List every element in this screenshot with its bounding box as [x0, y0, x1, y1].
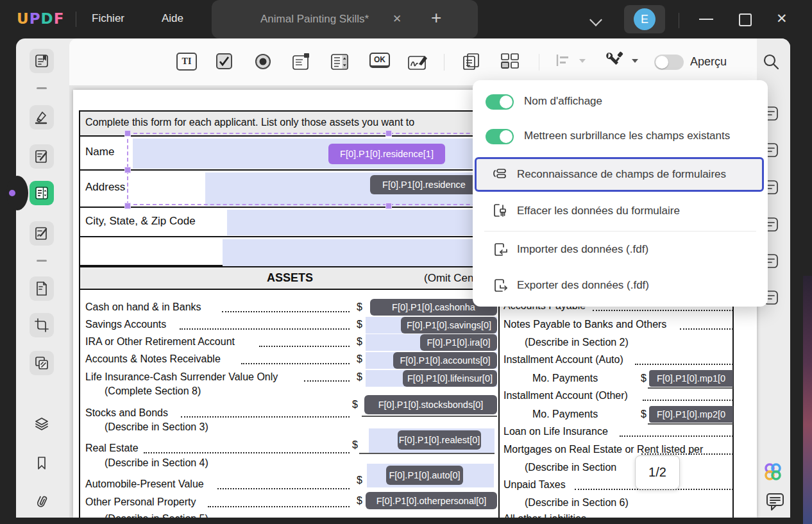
form-tools-button[interactable] [603, 50, 626, 72]
sidebar-tool-edit[interactable] [30, 144, 54, 169]
sidebar-tool-bookmark[interactable] [30, 451, 54, 475]
asset-label: Unpaid Taxes [503, 479, 566, 491]
dotted-leader [593, 310, 733, 311]
close-button[interactable]: ✕ [776, 11, 788, 26]
field-name-badge: F[0].P1[0].accounts[0] [393, 352, 497, 369]
selection-handle[interactable] [124, 203, 131, 209]
watermark-icon [33, 355, 50, 371]
menu-item-label: Effacer les données du formulaire [517, 205, 680, 217]
reader-icon [33, 53, 50, 69]
sidebar-tool-pages[interactable] [30, 276, 54, 301]
combobox-icon [292, 53, 311, 71]
menu-fichier[interactable]: Fichier [92, 12, 124, 25]
sidebar-tool-sign[interactable] [30, 221, 54, 246]
menu-aide[interactable]: Aide [162, 12, 183, 25]
forms-icon [33, 185, 50, 201]
dotted-leader [620, 435, 733, 437]
dotted-leader [680, 328, 733, 330]
divider [679, 13, 679, 28]
asset-sublabel: (Describe in Section 4) [105, 457, 208, 469]
text-field-tool-button[interactable]: TI [176, 53, 197, 71]
document-tab[interactable]: Animal Painting Skills* ✕ + [212, 0, 478, 38]
dollar-sign: $ [357, 301, 362, 313]
combobox-tool-button[interactable] [292, 53, 311, 71]
menu-item-clear-form[interactable] [493, 203, 509, 222]
import-data-icon [493, 242, 509, 258]
instruction-text: Complete this form for each applicant. L… [85, 117, 414, 128]
user-avatar[interactable]: E [624, 5, 665, 33]
ai-assistant-button[interactable] [762, 462, 784, 485]
desktop-wallpaper-edge [803, 276, 812, 524]
listbox-tool-button[interactable] [330, 53, 350, 71]
tools-icon [603, 50, 626, 72]
asset-label: All other Liabilities [503, 513, 586, 518]
menu-divider [484, 231, 756, 232]
radio-tool-button[interactable] [254, 53, 272, 71]
app-logo: UPDF [17, 10, 64, 27]
selection-handle[interactable] [124, 167, 131, 173]
asset-sublabel: (Complete Section 8) [105, 385, 201, 397]
field-name-badge: F[0].P1[0].auto[0] [386, 466, 463, 485]
align-dropdown-caret[interactable] [579, 59, 586, 63]
selection-handle[interactable] [385, 203, 392, 209]
minimize-button[interactable] [699, 19, 713, 20]
sidebar-tool-forms[interactable] [30, 181, 54, 205]
menu-item-import-data[interactable] [493, 242, 509, 261]
field-name-badge: F[0].P1[0].ira[0] [420, 334, 497, 351]
align-fields-button[interactable] [555, 53, 571, 68]
dotted-leader [208, 506, 350, 507]
display-name-toggle[interactable] [486, 94, 514, 110]
highlight-fields-toggle[interactable] [486, 129, 514, 144]
asset-label: Installment Account (Auto) [503, 354, 623, 366]
clear-form-icon [493, 203, 509, 219]
maximize-button[interactable] [739, 13, 752, 26]
selection-handle[interactable] [124, 130, 131, 137]
sidebar-tool-layers[interactable] [30, 412, 54, 436]
ai-assistant-icon [762, 462, 784, 482]
new-tab-button[interactable]: + [431, 8, 441, 28]
checkbox-tool-button[interactable] [216, 53, 233, 70]
asset-sublabel: (Describe in Section [525, 462, 616, 473]
dotted-leader [304, 380, 350, 382]
form-toolbar: TI OK Aperçu [69, 38, 757, 85]
dollar-sign: $ [357, 336, 362, 348]
asset-label: Accounts & Notes Receivable [85, 353, 221, 365]
bookmark-icon [33, 455, 50, 471]
preview-toggle[interactable] [654, 55, 684, 70]
field-name-badge: F[0].P1[0].otherpersonal[0] [366, 492, 497, 509]
tab-close-icon[interactable]: ✕ [393, 12, 402, 26]
sidebar-tool-crop[interactable] [30, 313, 54, 337]
dollar-sign: $ [357, 319, 362, 330]
toggle-knob [500, 96, 512, 108]
feedback-button[interactable] [765, 491, 786, 514]
dotted-leader [180, 328, 350, 330]
address-label: Address [85, 181, 125, 194]
signature-tool-button[interactable] [407, 53, 429, 72]
asset-sublabel: (Describe in Section 2) [525, 337, 629, 348]
sidebar-tool-comment[interactable] [30, 105, 54, 130]
sign-icon [33, 225, 50, 242]
menu-item-recognize-fields[interactable]: Reconnaissance de champs de formulaires [475, 157, 764, 192]
name-label: Name [85, 146, 114, 158]
tools-dropdown-caret[interactable] [632, 59, 638, 63]
field-underline [648, 423, 733, 425]
listbox-icon [330, 53, 350, 71]
crop-icon [33, 317, 50, 334]
duplicate-fields-button[interactable] [462, 53, 481, 71]
selection-handle[interactable] [385, 130, 392, 137]
checkbox-icon [216, 53, 233, 70]
sidebar-tool-reader[interactable] [30, 49, 54, 73]
dotted-leader [222, 311, 350, 312]
layout-grid-button[interactable] [500, 53, 520, 70]
tabs-dropdown-icon[interactable] [589, 13, 602, 26]
asset-label: Savings Accounts [85, 319, 166, 330]
dollar-sign: $ [357, 495, 362, 507]
menu-item-export-data[interactable] [493, 278, 509, 297]
menu-item-label: Importer des données (.fdf) [517, 243, 648, 256]
search-button[interactable] [762, 53, 780, 73]
asset-label: Loan on Life Insurance [503, 426, 608, 437]
push-button-tool-button[interactable]: OK [369, 53, 390, 68]
sidebar-tool-attachments[interactable] [30, 489, 54, 514]
sidebar-tool-watermark[interactable] [30, 351, 54, 375]
layout-grid-icon [500, 53, 520, 70]
